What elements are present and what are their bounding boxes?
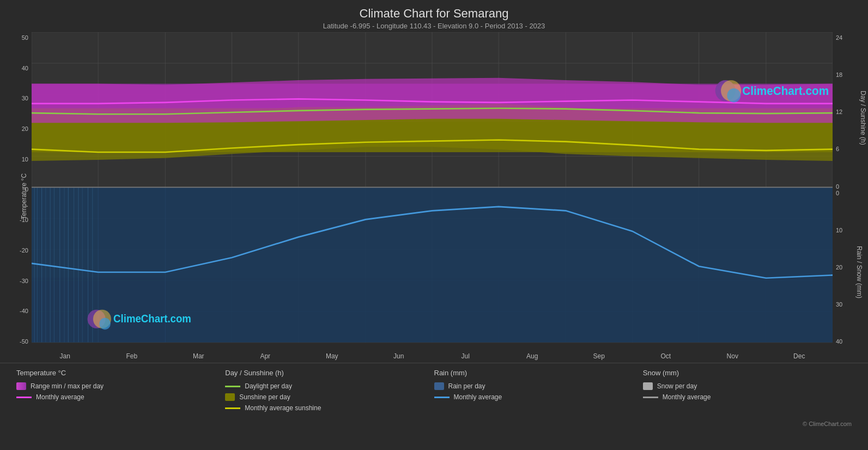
chart-subtitle: Latitude -6.995 - Longitude 110.43 - Ele… (0, 22, 868, 30)
y-axis-left-title: Temperature °C (20, 173, 28, 219)
x-label-oct: Oct (633, 352, 700, 360)
chart-title: Climate Chart for Semarang (0, 7, 868, 21)
x-label-jul: Jul (432, 352, 499, 360)
legend-label: Monthly average (454, 393, 502, 401)
plot-svg: ClimeChart.com ClimeChart.com (32, 32, 833, 360)
y-label-left: 20 (22, 125, 28, 132)
copyright: © ClimeChart.com (643, 421, 852, 427)
x-label-nov: Nov (699, 352, 766, 360)
legend-area: Temperature °C Range min / max per day M… (0, 363, 868, 450)
y-label-left: -20 (20, 247, 28, 254)
legend-title-snow: Snow (mm) (643, 369, 852, 377)
legend-label: Monthly average (36, 393, 84, 401)
legend-item-snow-day: Snow per day (643, 382, 852, 390)
x-label-aug: Aug (499, 352, 566, 360)
y-label-left: -30 (20, 278, 28, 284)
legend-swatch-rain (434, 382, 444, 390)
legend-col-temperature: Temperature °C Range min / max per day M… (16, 369, 225, 445)
svg-text:ClimeChart.com: ClimeChart.com (742, 84, 829, 97)
x-label-sep: Sep (566, 352, 633, 360)
legend-swatch-snow (643, 382, 653, 390)
x-label-feb: Feb (99, 352, 166, 360)
legend-col-sunshine: Day / Sunshine (h) Daylight per day Suns… (225, 369, 434, 445)
legend-item-temp-range: Range min / max per day (16, 382, 225, 390)
y-label-right: 6 (836, 146, 868, 152)
y-label-left: 40 (22, 65, 28, 71)
chart-header: Climate Chart for Semarang Latitude -6.9… (0, 0, 868, 32)
y-axis-right-title-bottom: Rain / Snow (mm) (855, 246, 863, 298)
legend-swatch-sunshine (225, 393, 235, 401)
y-label-right: 24 (836, 34, 868, 41)
y-label-right: 0 (836, 190, 868, 196)
y-label-right: 0 (836, 183, 868, 190)
x-label-jun: Jun (366, 352, 433, 360)
legend-item-sunshine: Sunshine per day (225, 393, 434, 401)
legend-line-temp-avg (16, 397, 32, 398)
y-label-right: 20 (836, 264, 868, 271)
legend-label: Sunshine per day (239, 393, 290, 401)
y-label-right: 18 (836, 71, 868, 78)
legend-line-snow-avg (643, 397, 658, 398)
y-label-right: 30 (836, 301, 868, 308)
legend-label: Snow per day (657, 382, 697, 390)
legend-item-rain-avg: Monthly average (434, 393, 643, 401)
legend-item-temp-avg: Monthly average (16, 393, 225, 401)
legend-item-sunshine-avg: Monthly average sunshine (225, 404, 434, 412)
chart-container: Climate Chart for Semarang Latitude -6.9… (0, 0, 868, 450)
y-label-right: 40 (836, 338, 868, 345)
legend-title-rain: Rain (mm) (434, 369, 643, 377)
legend-title-sunshine: Day / Sunshine (h) (225, 369, 434, 377)
y-label-left: 50 (22, 34, 28, 41)
legend-item-snow-avg: Monthly average (643, 393, 852, 401)
y-label-left: -40 (20, 308, 28, 314)
legend-label: Rain per day (448, 382, 485, 390)
svg-text:ClimeChart.com: ClimeChart.com (113, 313, 191, 325)
chart-plot: ClimeChart.com ClimeChart.com Jan Feb Ma… (32, 32, 833, 360)
legend-label: Range min / max per day (31, 382, 104, 390)
x-label-jan: Jan (32, 352, 99, 360)
legend-label: Monthly average (663, 393, 711, 401)
legend-line-sunshine-avg (225, 407, 240, 409)
svg-point-51 (727, 88, 740, 103)
legend-title-temperature: Temperature °C (16, 369, 225, 377)
x-label-may: May (299, 352, 366, 360)
legend-swatch-temp-range (16, 382, 26, 390)
legend-label: Monthly average sunshine (245, 404, 321, 412)
x-label-apr: Apr (232, 352, 299, 360)
y-label-left: 30 (22, 95, 28, 101)
legend-item-rain-day: Rain per day (434, 382, 643, 390)
legend-line-daylight (225, 386, 240, 387)
legend-line-rain-avg (434, 397, 450, 398)
y-label-left: -50 (20, 338, 28, 345)
legend-item-daylight: Daylight per day (225, 382, 434, 390)
x-label-dec: Dec (766, 352, 833, 360)
svg-point-55 (99, 318, 111, 329)
x-label-mar: Mar (165, 352, 232, 360)
legend-col-rain: Rain (mm) Rain per day Monthly average (434, 369, 643, 445)
y-label-left: 10 (22, 156, 28, 163)
legend-col-snow: Snow (mm) Snow per day Monthly average ©… (643, 369, 852, 445)
y-axis-right-title-top: Day / Sunshine (h) (859, 91, 866, 145)
y-label-right: 10 (836, 227, 868, 233)
legend-label: Daylight per day (245, 382, 292, 390)
